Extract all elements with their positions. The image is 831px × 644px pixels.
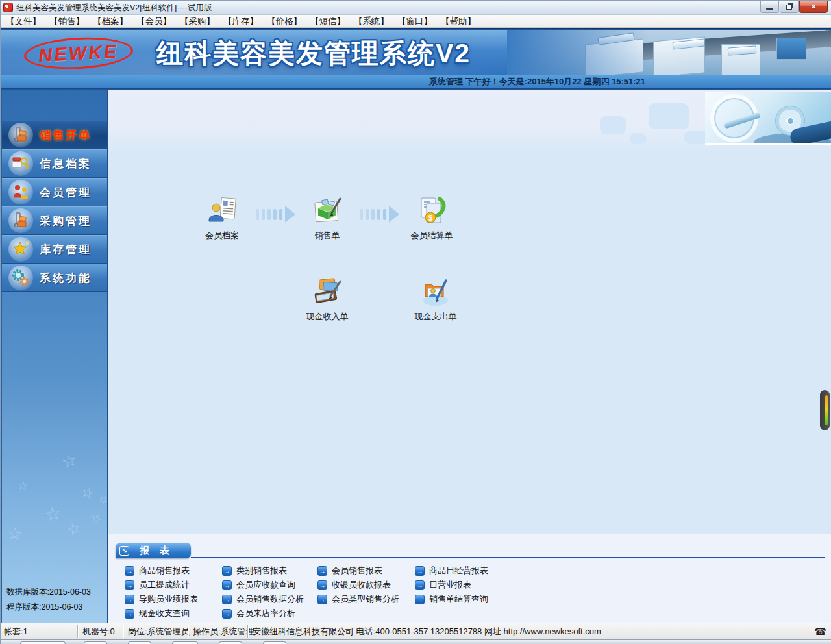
report-link-cash-flow-query[interactable]: →现金收支查询 bbox=[125, 608, 222, 619]
app-banner-title: 纽科美容美发管理系统V2 bbox=[156, 36, 471, 71]
sidebar-item-info-archive[interactable]: 信息档案 bbox=[2, 149, 107, 178]
member-file-icon bbox=[206, 195, 238, 227]
arrow-right-icon: → bbox=[415, 566, 425, 576]
greeting-text: 系统管理 下午好！今天是:2015年10月22 星期四 15:51:21 bbox=[429, 75, 645, 88]
status-separator bbox=[77, 625, 78, 638]
side-indicator-widget[interactable] bbox=[820, 390, 830, 430]
menu-item-sms[interactable]: 【短信】 bbox=[310, 16, 345, 27]
restore-button[interactable] bbox=[780, 1, 799, 13]
cash-expense-icon bbox=[420, 277, 451, 308]
window-controls: × bbox=[760, 1, 828, 13]
arrow-right-icon: → bbox=[415, 595, 425, 604]
report-link-sales-settlement-query[interactable]: →销售单结算查询 bbox=[415, 593, 488, 605]
close-button[interactable]: × bbox=[799, 1, 828, 13]
banner-photo bbox=[507, 30, 831, 75]
taskbar-button[interactable] bbox=[20, 641, 66, 644]
star-decoration: ☆ bbox=[79, 484, 96, 504]
photo-panel bbox=[776, 38, 806, 60]
report-link-guide-performance[interactable]: →导购员业绩报表 bbox=[125, 593, 222, 605]
deco-square bbox=[649, 103, 689, 129]
sidebar-item-purchase-management[interactable]: 采购管理 bbox=[2, 206, 107, 235]
body: 销售开单 信息档案 会员管理 采购管理 bbox=[1, 90, 831, 623]
arrow-right-icon: → bbox=[125, 580, 134, 590]
report-link-member-sales-analysis[interactable]: →会员销售数据分析 bbox=[222, 593, 317, 605]
taskbar-button[interactable] bbox=[128, 641, 151, 644]
menu-item-sales[interactable]: 【销售】 bbox=[49, 16, 84, 27]
menu-item-purchase[interactable]: 【采购】 bbox=[180, 16, 215, 27]
menu-item-file[interactable]: 【文件】 bbox=[6, 16, 41, 27]
menu-bar: 【文件】 【销售】 【档案】 【会员】 【采购】 【库存】 【价格】 【短信】 … bbox=[1, 15, 831, 28]
report-tab-label: 报 表 bbox=[140, 545, 173, 557]
tech-banner-image bbox=[705, 92, 831, 145]
star-decoration: ☆ bbox=[95, 491, 108, 508]
report-link-cashier-collection[interactable]: →收银员收款报表 bbox=[317, 579, 415, 591]
menu-item-inventory[interactable]: 【库存】 bbox=[223, 16, 258, 27]
taskbar-button-ftp[interactable]: FTP bbox=[172, 641, 198, 644]
report-link-member-receivable[interactable]: →会员应收款查询 bbox=[222, 579, 317, 591]
trolley-icon bbox=[8, 123, 33, 147]
shortcut-label: 会员结算单 bbox=[393, 230, 471, 242]
shortcut-label: 销售单 bbox=[288, 230, 366, 242]
taskbar-button[interactable] bbox=[263, 641, 286, 644]
star-decoration: ☆ bbox=[16, 478, 29, 493]
sidebar-item-system-functions[interactable]: 系统功能 bbox=[2, 264, 107, 292]
arrow-right-icon: → bbox=[222, 609, 232, 619]
archive-key-icon bbox=[8, 151, 33, 176]
members-icon bbox=[8, 180, 33, 204]
app-version: 程序版本:2015-06-03 bbox=[6, 600, 91, 615]
report-link-member-sales[interactable]: →会员销售报表 bbox=[317, 565, 415, 576]
restore-icon bbox=[786, 5, 792, 10]
sidebar-item-inventory-management[interactable]: 库存管理 bbox=[2, 235, 107, 264]
taskbar-button[interactable] bbox=[219, 641, 242, 644]
menu-item-price[interactable]: 【价格】 bbox=[267, 16, 302, 27]
taskbar-button[interactable] bbox=[84, 641, 107, 644]
shortcut-member-file[interactable]: 会员档案 bbox=[183, 195, 261, 242]
star-decoration: ☆ bbox=[6, 523, 23, 545]
photo-fade bbox=[507, 30, 650, 75]
taskbar: FTP bbox=[1, 639, 831, 644]
sidebar-item-label: 销售开单 bbox=[40, 128, 92, 143]
svg-text:$: $ bbox=[428, 214, 433, 223]
main-content: 会员档案 销售单 $ 会员结算单 bbox=[108, 90, 831, 623]
status-company: 安徽纽科信息科技有限公司 电话:400-0551-357 13205512788… bbox=[253, 623, 601, 640]
arrow-right-icon: → bbox=[222, 580, 232, 590]
menu-item-system[interactable]: 【系统】 bbox=[354, 16, 389, 27]
minimize-button[interactable] bbox=[760, 1, 779, 13]
close-icon: × bbox=[811, 1, 816, 12]
menu-item-window[interactable]: 【窗口】 bbox=[397, 16, 432, 27]
arrow-right-icon: → bbox=[317, 580, 327, 590]
status-separator bbox=[123, 625, 123, 638]
report-link-daily-business[interactable]: →日营业报表 bbox=[415, 579, 488, 591]
menu-item-help[interactable]: 【帮助】 bbox=[441, 16, 476, 27]
window-title: 纽科美容美发管理系统美容美发V2[纽科软件]----试用版 bbox=[16, 3, 212, 14]
shortcut-sales-slip[interactable]: 销售单 bbox=[288, 195, 366, 242]
sidebar-spacer bbox=[2, 90, 107, 121]
menu-item-member[interactable]: 【会员】 bbox=[136, 16, 171, 27]
gears-icon bbox=[8, 266, 33, 290]
report-link-member-type-analysis[interactable]: →会员类型销售分析 bbox=[317, 593, 415, 605]
shortcut-label: 现金支出单 bbox=[397, 311, 475, 323]
greeting-strip: 系统管理 下午好！今天是:2015年10月22 星期四 15:51:21 bbox=[1, 75, 831, 88]
version-info: 数据库版本:2015-06-03 程序版本:2015-06-03 bbox=[6, 585, 91, 615]
report-link-staff-commission[interactable]: →员工提成统计 bbox=[125, 579, 222, 591]
title-bar: 纽科美容美发管理系统美容美发V2[纽科软件]----试用版 × bbox=[1, 1, 831, 15]
report-link-category-sales[interactable]: →类别销售报表 bbox=[222, 565, 317, 576]
indicator-gradient-bar bbox=[825, 395, 828, 425]
shortcut-cash-income[interactable]: 现金收入单 bbox=[288, 277, 366, 323]
db-version: 数据库版本:2015-06-03 bbox=[6, 585, 91, 600]
menu-item-archive[interactable]: 【档案】 bbox=[93, 16, 128, 27]
report-tab[interactable]: ↘ 报 表 bbox=[116, 543, 191, 558]
report-link-product-sales[interactable]: →商品销售报表 bbox=[125, 565, 222, 576]
status-machine: 机器号:0 bbox=[82, 623, 115, 640]
shortcut-cash-expense[interactable]: 现金支出单 bbox=[397, 277, 475, 323]
star-decoration: ☆ bbox=[60, 450, 79, 473]
report-panel: ↘ 报 表 →商品销售报表 →类别销售报表 →会员销售报表 →商品日经营报表 →… bbox=[108, 534, 831, 623]
sidebar-item-member-management[interactable]: 会员管理 bbox=[2, 178, 107, 206]
cash-income-icon bbox=[312, 277, 343, 308]
shortcut-member-settlement[interactable]: $ 会员结算单 bbox=[393, 195, 471, 242]
minimize-icon bbox=[766, 8, 773, 10]
banner: NEWKE 纽科美容美发管理系统V2 bbox=[1, 30, 831, 75]
report-link-member-visit-rate[interactable]: →会员来店率分析 bbox=[222, 608, 317, 619]
sidebar-item-sales-billing[interactable]: 销售开单 bbox=[2, 121, 107, 149]
report-link-product-daily[interactable]: →商品日经营报表 bbox=[415, 565, 488, 576]
